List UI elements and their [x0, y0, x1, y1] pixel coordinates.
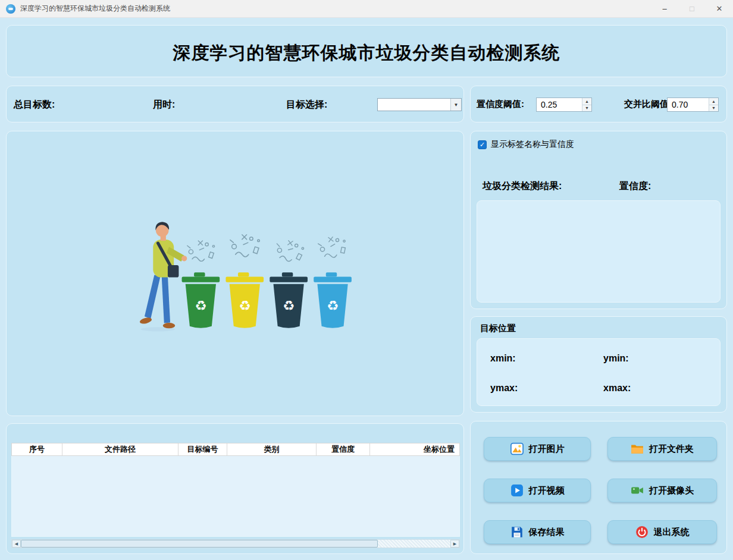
iou-threshold-spinbox[interactable]: 0.70 ▲ ▼: [667, 97, 719, 112]
app-logo-icon: [6, 4, 15, 14]
column-header-target-id[interactable]: 目标编号: [178, 443, 227, 455]
button-label: 打开图片: [529, 443, 565, 455]
target-select-label: 目标选择:: [286, 99, 327, 111]
show-labels-label[interactable]: 显示标签名称与置信度: [491, 139, 574, 150]
target-position-title: 目标位置: [480, 323, 516, 334]
open-image-button[interactable]: 打开图片: [484, 437, 591, 461]
confidence-threshold-value[interactable]: 0.25: [537, 98, 582, 111]
save-results-button[interactable]: 保存结果: [484, 520, 591, 544]
spin-down-icon[interactable]: ▼: [582, 105, 591, 112]
confidence-label: 置信度:: [619, 180, 651, 193]
target-position-panel: 目标位置 xmin: ymin: ymax: xmax:: [470, 316, 727, 413]
scrollbar-thumb[interactable]: [21, 540, 378, 548]
confidence-threshold-spinbox[interactable]: 0.25 ▲ ▼: [536, 97, 592, 112]
save-icon: [510, 526, 524, 539]
xmin-label: xmin:: [490, 353, 516, 364]
camera-icon: [631, 484, 644, 497]
button-label: 打开文件夹: [649, 443, 694, 455]
power-icon: [635, 526, 649, 539]
scroll-left-icon[interactable]: ◀: [12, 540, 21, 548]
show-labels-checkbox[interactable]: ✓: [478, 140, 487, 149]
image-icon: [510, 442, 524, 455]
svg-text:♻: ♻: [327, 298, 339, 313]
horizontal-scrollbar[interactable]: ◀ ▶: [11, 539, 460, 548]
actions-panel: 打开图片 打开文件夹 打开视频 打开摄像头: [470, 421, 727, 554]
column-header-confidence[interactable]: 置信度: [317, 443, 370, 455]
results-table-panel: 序号 文件路径 目标编号 类别 置信度 坐标位置 ◀ ▶: [6, 423, 464, 554]
iou-threshold-value[interactable]: 0.70: [668, 98, 709, 111]
show-labels-option: ✓ 显示标签名称与置信度: [478, 139, 574, 150]
table-header-row: 序号 文件路径 目标编号 类别 置信度 坐标位置: [11, 443, 460, 456]
detection-result-label: 垃圾分类检测结果:: [483, 180, 562, 193]
button-label: 退出系统: [654, 527, 690, 538]
spin-up-icon[interactable]: ▲: [582, 98, 591, 105]
button-label: 打开摄像头: [649, 485, 694, 496]
column-header-filepath[interactable]: 文件路径: [62, 443, 178, 455]
target-select-combobox[interactable]: ▼: [377, 98, 462, 111]
close-button[interactable]: ✕: [706, 0, 733, 17]
header-panel: 深度学习的智慧环保城市垃圾分类自动检测系统: [6, 25, 727, 77]
svg-text:♻: ♻: [283, 298, 295, 313]
target-select-value[interactable]: [378, 99, 450, 111]
button-label: 保存结果: [529, 527, 565, 538]
iou-threshold-label: 交并比阈值:: [624, 99, 672, 110]
folder-icon: [631, 442, 644, 455]
button-label: 打开视频: [529, 485, 565, 496]
open-video-button[interactable]: 打开视频: [484, 479, 591, 502]
spin-down-icon[interactable]: ▼: [709, 105, 718, 112]
svg-text:♻: ♻: [195, 298, 206, 313]
waste-sorting-illustration: ♻ ♻ ♻ ♻: [123, 218, 355, 334]
spin-arrows: ▲ ▼: [709, 98, 718, 111]
ymin-label: ymin:: [603, 353, 629, 364]
svg-text:♻: ♻: [239, 298, 250, 313]
confidence-threshold-label: 置信度阈值:: [477, 99, 524, 110]
column-header-coordinates[interactable]: 坐标位置: [370, 443, 459, 455]
exit-system-button[interactable]: 退出系统: [607, 520, 717, 544]
spin-up-icon[interactable]: ▲: [709, 98, 718, 105]
minimize-button[interactable]: –: [651, 0, 678, 17]
column-header-category[interactable]: 类别: [227, 443, 317, 455]
window-controls: – □ ✕: [651, 0, 733, 17]
recycle-bins: ♻ ♻ ♻ ♻: [182, 272, 352, 328]
xmax-label: xmax:: [603, 383, 631, 394]
detection-info-panel: ✓ 显示标签名称与置信度 垃圾分类检测结果: 置信度:: [470, 131, 727, 309]
person-figure: [139, 222, 187, 328]
elapsed-time-label: 用时:: [153, 99, 175, 111]
detection-result-box: [477, 200, 721, 303]
ymax-label: ymax:: [490, 383, 518, 394]
total-targets-label: 总目标数:: [14, 99, 55, 111]
app-window: 深度学习的智慧环保城市垃圾分类自动检测系统 – □ ✕ 深度学习的智慧环保城市垃…: [0, 0, 733, 560]
image-display-panel: ♻ ♻ ♻ ♻: [6, 131, 464, 416]
chevron-down-icon[interactable]: ▼: [450, 99, 461, 111]
page-title: 深度学习的智慧环保城市垃圾分类自动检测系统: [7, 41, 726, 65]
target-position-box: xmin: ymin: ymax: xmax:: [477, 338, 721, 406]
scroll-right-icon[interactable]: ▶: [450, 540, 459, 548]
spin-arrows: ▲ ▼: [582, 98, 591, 111]
stats-panel: 总目标数: 用时: 目标选择: ▼: [6, 86, 464, 122]
open-camera-button[interactable]: 打开摄像头: [607, 479, 717, 502]
video-icon: [510, 484, 524, 497]
open-folder-button[interactable]: 打开文件夹: [607, 437, 717, 461]
table-body: [11, 456, 460, 537]
maximize-button[interactable]: □: [678, 0, 706, 17]
thresholds-panel: 置信度阈值: 0.25 ▲ ▼ 交并比阈值: 0.70 ▲ ▼: [470, 86, 727, 122]
column-header-index[interactable]: 序号: [12, 443, 62, 455]
window-title: 深度学习的智慧环保城市垃圾分类自动检测系统: [20, 4, 170, 14]
titlebar: 深度学习的智慧环保城市垃圾分类自动检测系统 – □ ✕: [0, 0, 733, 18]
